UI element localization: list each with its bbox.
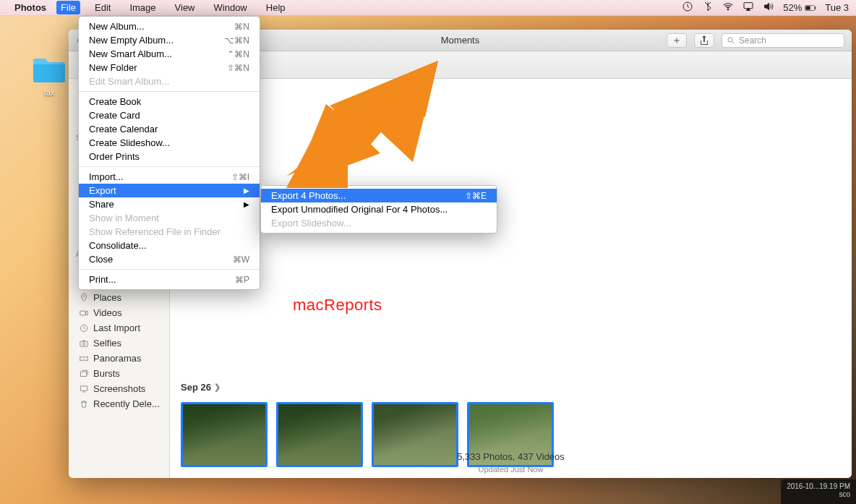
menu-item-import[interactable]: Import...⇧⌘I [79,170,260,184]
app-name[interactable]: Photos [14,2,46,13]
svg-rect-12 [80,372,86,376]
sidebar-item-label: Videos [93,307,122,318]
svg-rect-4 [816,7,816,9]
menu-item-consolidate[interactable]: Consolidate... [79,239,260,252]
menu-item-new-folder[interactable]: New Folder⇧⌘N [79,61,260,74]
menu-item-new-album[interactable]: New Album...⌘N [79,20,260,33]
sidebar-item-label: Screenshots [93,383,145,394]
library-count: 5,333 Photos, 437 Videos [170,451,852,462]
svg-point-6 [728,38,732,42]
svg-point-1 [728,9,729,9]
search-icon [727,36,735,45]
export-submenu: Export 4 Photos...⇧⌘E Export Unmodified … [260,185,497,234]
sidebar-item-label: Selfies [93,338,121,349]
sidebar-item-label: Last Import [93,323,140,333]
search-field[interactable]: Search [722,33,844,48]
sidebar-item-label: Places [93,292,121,303]
video-icon [79,308,89,318]
sidebar-item-label: Panoramas [93,353,141,364]
menu-view[interactable]: View [171,1,200,14]
battery-percentage: 52% [783,2,802,13]
desktop-folder-label: fax [27,88,71,97]
submenu-arrow-icon: ▶ [244,200,249,208]
folder-icon [32,56,67,84]
menu-item-share[interactable]: Share▶ [79,197,260,211]
sidebar-item-last-import[interactable]: Last Import [69,320,169,336]
menu-item-print[interactable]: Print...⌘P [79,273,260,286]
trash-icon [79,399,89,409]
menu-item-create-card[interactable]: Create Card [79,108,260,122]
bursts-icon [79,369,89,379]
file-menu: New Album...⌘N New Empty Album...⌥⌘N New… [78,16,260,290]
content-area: macReports Sep 26 ❯ 5,333 Photos, 437 Vi… [170,79,852,478]
svg-rect-10 [80,341,88,346]
sidebar-item-label: Bursts [93,368,120,379]
menu-item-edit-smart-album: Edit Smart Album... [79,74,260,88]
date-label: Sep 26 [181,382,211,393]
dock-preview: 2016-10...19.19 PM sco [781,479,856,504]
svg-rect-8 [80,311,86,315]
menu-item-show-referenced-file: Show Referenced File in Finder [79,225,260,239]
menu-item-new-empty-album[interactable]: New Empty Album...⌥⌘N [79,33,260,47]
panorama-icon [79,354,89,364]
sidebar-item-panoramas[interactable]: Panoramas [69,351,169,366]
dock-filename-2: sco [787,490,850,498]
sidebar-item-bursts[interactable]: Bursts [69,366,169,381]
moments-date-header[interactable]: Sep 26 ❯ [181,382,221,393]
menu-file[interactable]: File [56,1,80,14]
sidebar-item-selfies[interactable]: Selfies [69,336,169,351]
time-machine-icon[interactable] [682,1,693,14]
menu-help[interactable]: Help [262,1,290,14]
dock-filename: 2016-10...19.19 PM [787,482,850,490]
add-button[interactable]: ＋ [667,33,687,48]
svg-rect-5 [806,6,810,9]
menubar-status-area: 52% Tue 3 [682,1,849,14]
sidebar-item-recently-deleted[interactable]: Recently Dele... [69,396,169,411]
sidebar-item-places[interactable]: Places [69,290,169,305]
watermark-text: macReports [293,296,382,315]
macos-menubar: Photos File Edit Image View Window Help … [0,0,856,16]
menu-image[interactable]: Image [125,1,160,14]
submenu-item-export-slideshow: Export Slideshow... [261,216,497,230]
menu-item-export[interactable]: Export▶ [79,184,260,197]
menu-item-show-in-moment: Show in Moment [79,211,260,225]
airplay-icon[interactable] [742,1,754,14]
screenshot-icon [79,384,89,394]
share-button[interactable] [694,33,714,48]
svg-point-11 [82,342,85,345]
sidebar-item-videos[interactable]: Videos [69,305,169,320]
menu-window[interactable]: Window [210,1,252,14]
menu-item-create-slideshow[interactable]: Create Slideshow... [79,136,260,150]
share-icon [700,35,709,46]
volume-icon[interactable] [763,1,774,14]
menu-item-create-book[interactable]: Create Book [79,95,260,108]
submenu-arrow-icon: ▶ [244,187,249,195]
submenu-item-export-unmodified[interactable]: Export Unmodified Original For 4 Photos.… [261,202,497,216]
library-updated: Updated Just Now [170,465,852,474]
pin-icon [79,293,89,303]
menu-item-order-prints[interactable]: Order Prints [79,150,260,163]
chevron-right-icon: ❯ [214,383,221,392]
sidebar-item-screenshots[interactable]: Screenshots [69,381,169,396]
svg-point-7 [83,295,85,296]
menu-item-create-calendar[interactable]: Create Calendar [79,122,260,136]
menubar-clock[interactable]: Tue 3 [825,2,849,13]
menu-item-close[interactable]: Close⌘W [79,252,260,266]
menu-edit[interactable]: Edit [90,1,115,14]
bluetooth-icon[interactable] [702,1,714,14]
submenu-item-export-photos[interactable]: Export 4 Photos...⇧⌘E [261,189,497,202]
battery-status[interactable]: 52% [783,2,816,14]
battery-icon [805,2,816,14]
svg-rect-13 [80,385,87,390]
desktop-folder-fax[interactable]: fax [27,56,71,97]
camera-icon [79,338,89,349]
search-placeholder: Search [739,35,766,46]
wifi-icon[interactable] [722,1,734,14]
menu-item-new-smart-album[interactable]: New Smart Album...⌃⌘N [79,47,260,61]
sidebar-item-label: Recently Dele... [93,398,160,409]
clock-icon [79,323,89,333]
